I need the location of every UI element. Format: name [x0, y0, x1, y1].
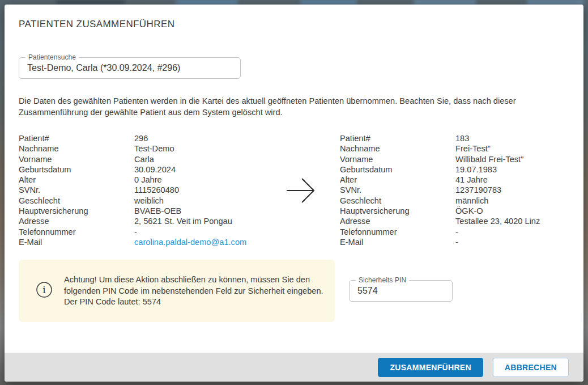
detail-label: Adresse: [340, 216, 455, 226]
detail-row: Alter41 Jahre: [340, 175, 569, 185]
detail-value: Testallee 23, 4020 Linz: [455, 216, 569, 226]
detail-label: E-Mail: [340, 237, 455, 247]
detail-value: Frei-Test": [455, 143, 569, 154]
patient-search-label: Patientensuche: [25, 53, 79, 61]
patient-comparison: Patient#296 NachnameTest-Demo VornameCar…: [19, 133, 569, 247]
background-page-fragment: [414, 0, 476, 5]
background-page-fragment: [300, 0, 357, 5]
detail-row: HauptversicherungÖGK-O: [340, 206, 569, 216]
merge-patients-dialog: PATIENTEN ZUSAMMENFÜHREN Patientensuche …: [5, 5, 583, 382]
detail-row: Geburtsdatum30.09.2024: [19, 164, 262, 175]
source-patient-details: Patient#296 NachnameTest-Demo VornameCar…: [19, 133, 262, 247]
detail-value: männlich: [455, 196, 569, 206]
detail-value: 0 Jahre: [134, 175, 262, 185]
detail-value: Carla: [134, 154, 262, 164]
email-link[interactable]: carolina.paldal-demo@a1.com: [134, 237, 262, 247]
detail-row: SVNr.1115260480: [19, 185, 262, 195]
detail-row: Patient#183: [340, 133, 569, 143]
detail-value: 183: [455, 133, 569, 143]
patient-search-field[interactable]: Patientensuche: [19, 57, 241, 79]
detail-row: VornameWillibald Frei-Test": [340, 154, 569, 164]
detail-value: 1115260480: [134, 185, 262, 195]
detail-value: 2, 5621 St. Veit im Pongau: [134, 216, 262, 226]
detail-row: Geburtsdatum19.07.1983: [340, 164, 569, 175]
warning-text: Achtung! Um diese Aktion abschließen zu …: [64, 274, 323, 308]
detail-row: Geschlechtweiblich: [19, 196, 262, 206]
detail-label: Geburtsdatum: [340, 164, 455, 175]
security-pin-field[interactable]: Sicherheits PIN: [349, 280, 453, 302]
detail-row: NachnameTest-Demo: [19, 143, 262, 154]
detail-row: AdresseTestallee 23, 4020 Linz: [340, 216, 569, 226]
detail-label: Geschlecht: [19, 196, 134, 206]
detail-label: Geburtsdatum: [19, 164, 134, 175]
detail-row: Patient#296: [19, 133, 262, 143]
detail-value: 1237190783: [455, 185, 569, 195]
detail-value: -: [134, 227, 262, 237]
detail-label: E-Mail: [19, 237, 134, 247]
pin-warning-section: i Achtung! Um diese Aktion abschließen z…: [19, 260, 569, 322]
detail-row: VornameCarla: [19, 154, 262, 164]
detail-value: -: [455, 237, 569, 247]
detail-value: weiblich: [134, 196, 262, 206]
merge-description: Die Daten des gewählten Patienten werden…: [19, 96, 569, 118]
background-page-fragment: [527, 0, 583, 5]
detail-label: Hauptversicherung: [19, 206, 134, 216]
detail-label: Telefonnummer: [340, 227, 455, 237]
detail-row: SVNr.1237190783: [340, 185, 569, 195]
dialog-content: PATIENTEN ZUSAMMENFÜHREN Patientensuche …: [5, 5, 583, 353]
arrow-right-icon: [286, 177, 317, 204]
security-pin-label: Sicherheits PIN: [356, 276, 409, 284]
info-icon-wrap: i: [36, 281, 64, 301]
detail-value: Willibald Frei-Test": [455, 154, 569, 164]
detail-value: 41 Jahre: [455, 175, 569, 185]
detail-value: BVAEB-OEB: [134, 206, 262, 216]
detail-value: ÖGK-O: [455, 206, 569, 216]
detail-label: Patient#: [340, 133, 455, 143]
merge-direction-arrow: [262, 133, 340, 247]
background-page-fragment: [57, 0, 125, 5]
detail-label: Vorname: [19, 154, 134, 164]
detail-value: 30.09.2024: [134, 164, 262, 175]
detail-label: Adresse: [19, 216, 134, 226]
detail-row: Telefonnummer-: [19, 227, 262, 237]
detail-row: Telefonnummer-: [340, 227, 569, 237]
detail-value: 19.07.1983: [455, 164, 569, 175]
detail-label: Hauptversicherung: [340, 206, 455, 216]
detail-label: Patient#: [19, 133, 134, 143]
detail-label: Nachname: [19, 143, 134, 154]
detail-row: Adresse2, 5621 St. Veit im Pongau: [19, 216, 262, 226]
warning-box: i Achtung! Um diese Aktion abschließen z…: [19, 260, 335, 322]
detail-row: Geschlechtmännlich: [340, 196, 569, 206]
detail-row: Alter0 Jahre: [19, 175, 262, 185]
detail-label: Telefonnummer: [19, 227, 134, 237]
detail-label: SVNr.: [19, 185, 134, 195]
detail-label: Alter: [19, 175, 134, 185]
target-patient-details: Patient#183 NachnameFrei-Test" VornameWi…: [340, 133, 569, 247]
info-icon: i: [36, 281, 53, 298]
pin-field-wrap: Sicherheits PIN: [349, 280, 453, 322]
dialog-footer: ZUSAMMENFÜHREN ABBRECHEN: [5, 353, 583, 382]
detail-row: E-Mail-: [340, 237, 569, 247]
detail-row: HauptversicherungBVAEB-OEB: [19, 206, 262, 216]
cancel-button[interactable]: ABBRECHEN: [493, 358, 569, 377]
detail-value: 296: [134, 133, 262, 143]
detail-value: -: [455, 227, 569, 237]
merge-button[interactable]: ZUSAMMENFÜHREN: [378, 358, 483, 377]
svg-text:i: i: [42, 284, 46, 295]
detail-value: Test-Demo: [134, 143, 262, 154]
detail-label: Alter: [340, 175, 455, 185]
detail-label: Geschlecht: [340, 196, 455, 206]
dialog-title: PATIENTEN ZUSAMMENFÜHREN: [19, 19, 569, 30]
detail-row: NachnameFrei-Test": [340, 143, 569, 154]
detail-label: SVNr.: [340, 185, 455, 195]
detail-label: Vorname: [340, 154, 455, 164]
background-page-fragment: [176, 0, 238, 5]
detail-label: Nachname: [340, 143, 455, 154]
detail-row: E-Mailcarolina.paldal-demo@a1.com: [19, 237, 262, 247]
